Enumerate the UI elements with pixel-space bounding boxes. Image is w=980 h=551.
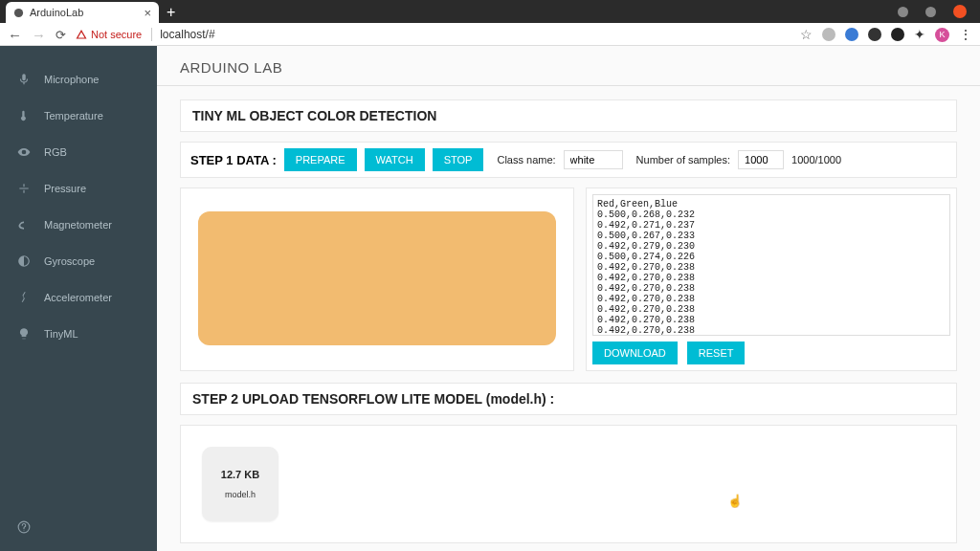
- sidebar-item-label: Magnetometer: [44, 219, 112, 231]
- window-close-icon[interactable]: [953, 5, 967, 18]
- sidebar-item-label: TinyML: [44, 328, 78, 340]
- sidebar-item-tinyml[interactable]: TinyML: [0, 316, 157, 352]
- step1-toolbar: STEP 1 DATA : PREPARE WATCH STOP Class n…: [180, 142, 957, 178]
- data-row: DOWNLOAD RESET: [180, 187, 957, 371]
- sidebar: Microphone Temperature RGB Pressure Magn…: [0, 46, 157, 551]
- new-tab-button[interactable]: +: [167, 4, 175, 21]
- extension-icon[interactable]: [868, 28, 881, 41]
- file-size-label: 12.7 KB: [221, 469, 259, 480]
- profile-avatar[interactable]: K: [935, 28, 949, 42]
- sidebar-item-label: Gyroscope: [44, 255, 95, 267]
- magnet-icon: [17, 218, 31, 231]
- tab-favicon-icon: [13, 8, 24, 18]
- svg-point-2: [24, 530, 25, 531]
- data-log-panel: DOWNLOAD RESET: [586, 187, 957, 371]
- sidebar-item-magnetometer[interactable]: Magnetometer: [0, 207, 157, 243]
- cursor-pointer-icon: ☝: [727, 494, 743, 508]
- file-card[interactable]: 12.7 KB model.h: [202, 447, 278, 521]
- data-log[interactable]: [592, 194, 950, 336]
- stop-button[interactable]: STOP: [433, 148, 484, 171]
- app-root: Microphone Temperature RGB Pressure Magn…: [0, 46, 980, 551]
- sidebar-item-pressure[interactable]: Pressure: [0, 170, 157, 207]
- sidebar-item-rgb[interactable]: RGB: [0, 134, 157, 170]
- step2-label: STEP 2 UPLOAD TENSORFLOW LITE MODEL (mod…: [180, 383, 957, 415]
- sidebar-item-gyroscope[interactable]: Gyroscope: [0, 243, 157, 279]
- not-secure-label: Not secure: [91, 29, 142, 40]
- app-header: ARDUINO LAB: [157, 46, 980, 86]
- tab-strip: ArduinoLab × +: [0, 0, 980, 23]
- extension-icon[interactable]: [845, 28, 858, 41]
- browser-tab[interactable]: ArduinoLab ×: [6, 2, 159, 23]
- reset-button[interactable]: RESET: [687, 342, 746, 364]
- class-name-input[interactable]: [564, 150, 623, 169]
- chrome-menu-icon[interactable]: ⋮: [959, 27, 972, 42]
- sidebar-item-label: Microphone: [44, 74, 99, 85]
- window-controls: [898, 0, 980, 23]
- window-maximize-icon[interactable]: [925, 7, 936, 17]
- sidebar-item-temperature[interactable]: Temperature: [0, 98, 157, 134]
- sidebar-item-label: RGB: [44, 146, 67, 158]
- log-buttons: DOWNLOAD RESET: [592, 336, 950, 364]
- bulb-icon: [17, 327, 31, 341]
- samples-counter: 1000/1000: [791, 154, 841, 165]
- sidebar-item-label: Temperature: [44, 110, 103, 121]
- address-bar: ← → ⟳ Not secure localhost/# ☆ ✦ K ⋮: [0, 23, 980, 46]
- extensions-menu-icon[interactable]: ✦: [914, 27, 925, 42]
- samples-label: Number of samples:: [636, 154, 730, 165]
- tab-title: ArduinoLab: [30, 7, 83, 18]
- upload-panel[interactable]: 12.7 KB model.h: [180, 425, 957, 543]
- help-icon: [17, 520, 31, 534]
- step1-label: STEP 1 DATA :: [190, 153, 277, 167]
- reload-button[interactable]: ⟳: [56, 28, 66, 42]
- sidebar-help[interactable]: [0, 507, 157, 551]
- color-swatch-panel: [180, 187, 574, 371]
- class-name-label: Class name:: [497, 154, 555, 165]
- url-text[interactable]: localhost/#: [151, 28, 214, 41]
- accelerometer-icon: [17, 291, 31, 304]
- file-name-label: model.h: [225, 490, 256, 499]
- extension-icon[interactable]: [891, 28, 904, 41]
- download-button[interactable]: DOWNLOAD: [592, 342, 678, 364]
- browser-chrome: ArduinoLab × + ← → ⟳ Not secure localhos…: [0, 0, 980, 46]
- gyroscope-icon: [17, 254, 31, 268]
- extensions-area: ☆ ✦ K ⋮: [800, 27, 972, 42]
- sidebar-item-accelerometer[interactable]: Accelerometer: [0, 279, 157, 316]
- eye-icon: [17, 145, 31, 159]
- extension-icon[interactable]: [822, 28, 835, 41]
- window-minimize-icon[interactable]: [898, 7, 908, 17]
- color-swatch: [198, 211, 556, 345]
- back-button[interactable]: ←: [8, 27, 22, 43]
- sidebar-item-label: Accelerometer: [44, 292, 112, 303]
- forward-button[interactable]: →: [32, 27, 46, 43]
- warning-icon: [76, 29, 87, 40]
- app-title: ARDUINO LAB: [180, 59, 282, 76]
- svg-point-0: [14, 8, 23, 16]
- page-title: TINY ML OBJECT COLOR DETECTION: [180, 99, 957, 132]
- watch-button[interactable]: WATCH: [365, 148, 425, 171]
- thermometer-icon: [17, 109, 31, 122]
- prepare-button[interactable]: PREPARE: [284, 148, 357, 171]
- sidebar-item-microphone[interactable]: Microphone: [0, 61, 157, 98]
- close-tab-icon[interactable]: ×: [144, 6, 151, 20]
- main-panel: ARDUINO LAB TINY ML OBJECT COLOR DETECTI…: [157, 46, 980, 551]
- microphone-icon: [17, 73, 31, 86]
- samples-input[interactable]: [738, 150, 784, 169]
- pressure-icon: [17, 182, 31, 195]
- sidebar-item-label: Pressure: [44, 183, 86, 194]
- content-area: TINY ML OBJECT COLOR DETECTION STEP 1 DA…: [157, 86, 980, 551]
- bookmark-star-icon[interactable]: ☆: [800, 27, 813, 42]
- security-indicator[interactable]: Not secure: [76, 29, 142, 40]
